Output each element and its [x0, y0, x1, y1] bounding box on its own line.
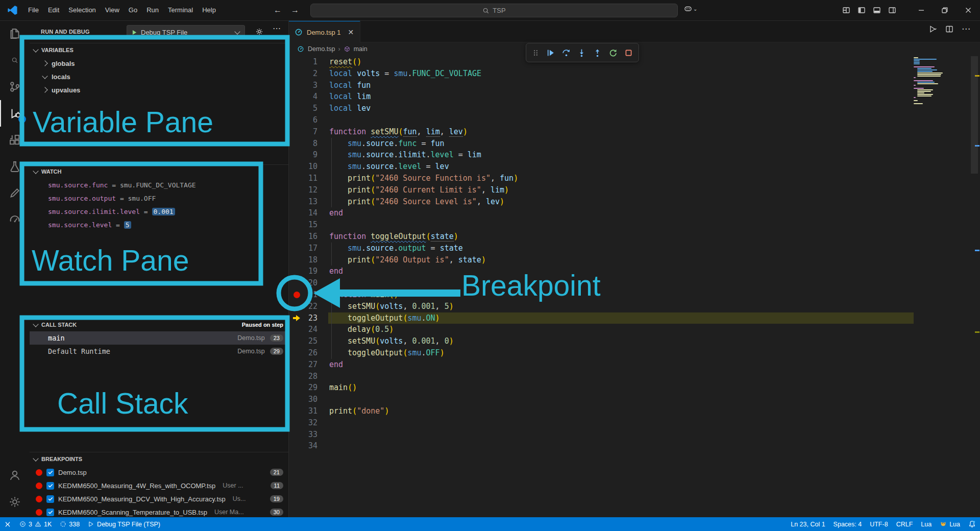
menu-go[interactable]: Go [124, 6, 142, 14]
activity-beaker-icon[interactable] [0, 153, 30, 180]
menu-selection[interactable]: Selection [64, 6, 100, 14]
code-line-5[interactable]: 5local lev [288, 103, 980, 114]
breakpoint-checkbox[interactable] [46, 495, 54, 503]
breakpoint-checkbox[interactable] [46, 509, 54, 516]
minimize-icon[interactable] [910, 0, 933, 20]
variables-item-upvalues[interactable]: upvalues [30, 83, 288, 96]
status-crlf[interactable]: CRLF [892, 517, 917, 531]
breadcrumb-item[interactable]: main [354, 45, 368, 53]
ellipsis-icon[interactable]: ⋯ [962, 23, 971, 34]
debug-config-status[interactable]: Debug TSP File (TSP) [84, 517, 164, 531]
lua-extension-status[interactable]: Lua [936, 517, 964, 531]
status-spaces[interactable]: Spaces: 4 [829, 517, 866, 531]
code-line-30[interactable]: 30 [288, 394, 980, 405]
remote-indicator[interactable] [0, 517, 15, 531]
activity-account-icon[interactable] [0, 462, 30, 489]
code-line-7[interactable]: 7function setSMU(fun, lim, lev) [288, 126, 980, 138]
code-line-4[interactable]: 4local lim [288, 91, 980, 103]
watch-expression[interactable]: smu.source.level = 5 [30, 218, 288, 231]
continue-icon[interactable] [546, 49, 555, 57]
code-line-12[interactable]: 12print("2460 Current Limit is", lim) [288, 184, 980, 196]
code-line-22[interactable]: 22setSMU(volts, 0.001, 5) [288, 301, 980, 312]
restart-icon[interactable] [609, 49, 618, 57]
close-tab-icon[interactable]: ✕ [348, 28, 354, 36]
step-into-icon[interactable] [577, 49, 586, 57]
breakpoint-item[interactable]: KEDMM6500_Measuring_DCV_With_High_Accura… [30, 492, 288, 505]
code-line-24[interactable]: 24delay(0.5) [288, 324, 980, 335]
stop-icon[interactable] [624, 49, 633, 57]
panel-bottom-icon[interactable] [873, 6, 881, 14]
nav-back-icon[interactable]: ← [274, 6, 282, 15]
activity-search-icon[interactable] [0, 47, 30, 74]
split-editor-icon[interactable] [945, 25, 953, 33]
variables-header[interactable]: VARIABLES [30, 43, 288, 57]
code-line-9[interactable]: 9smu.source.ilimit.level = lim [288, 149, 980, 161]
code-line-10[interactable]: 10smu.source.level = lev [288, 161, 980, 173]
gear-icon[interactable] [255, 28, 263, 36]
code-line-21[interactable]: 21function main() [288, 289, 980, 301]
run-file-icon[interactable] [929, 25, 937, 33]
watch-expression[interactable]: smu.source.output = smu.OFF [30, 191, 288, 205]
code-line-33[interactable]: 33 [288, 429, 980, 441]
more-actions-icon[interactable]: ⋯ [273, 23, 281, 33]
minimap[interactable] [914, 57, 971, 109]
code-line-26[interactable]: 26toggleOutput(smu.OFF) [288, 347, 980, 359]
breadcrumb-item[interactable]: Demo.tsp [308, 45, 335, 53]
activity-files-icon[interactable] [0, 20, 30, 47]
code-line-25[interactable]: 25setSMU(volts, 0.001, 0) [288, 335, 980, 347]
watch-expression[interactable]: smu.source.func = smu.FUNC_DC_VOLTAGE [30, 178, 288, 191]
variables-item-locals[interactable]: locals [30, 70, 288, 83]
breakpoints-header[interactable]: BREAKPOINTS [30, 452, 288, 466]
code-line-23[interactable]: 23toggleOutput(smu.ON) [288, 312, 980, 324]
breakpoint-item[interactable]: KEDMM6500_Measuring_4W_Res_with_OCOMP.ts… [30, 479, 288, 492]
code-line-18[interactable]: 18print("2460 Output is", state) [288, 254, 980, 266]
menu-run[interactable]: Run [142, 6, 163, 14]
menu-terminal[interactable]: Terminal [163, 6, 198, 14]
code-line-29[interactable]: 29main() [288, 382, 980, 394]
code-line-19[interactable]: 19end [288, 266, 980, 277]
code-line-8[interactable]: 8smu.source.func = fun [288, 138, 980, 150]
variables-item-globals[interactable]: globals [30, 57, 288, 70]
breakpoint-item[interactable]: Demo.tsp 21 [30, 466, 288, 479]
status-utf-8[interactable]: UTF-8 [866, 517, 892, 531]
step-over-icon[interactable] [562, 49, 571, 57]
tab-demo-tsp[interactable]: Demo.tsp 1 ✕ [288, 20, 360, 43]
status-lua[interactable]: Lua [917, 517, 936, 531]
nav-forward-icon[interactable]: → [291, 6, 299, 15]
command-center-search[interactable]: TSP [310, 4, 678, 17]
code-line-34[interactable]: 34 [288, 440, 980, 452]
menu-file[interactable]: File [23, 6, 43, 14]
watch-header[interactable]: WATCH [30, 165, 288, 178]
code-line-14[interactable]: 14end [288, 207, 980, 219]
activity-source-control-icon[interactable] [0, 74, 30, 100]
stack-frame-default-runtime[interactable]: Default Runtime Demo.tsp 29 [30, 345, 288, 358]
menu-edit[interactable]: Edit [43, 6, 64, 14]
code-line-28[interactable]: 28 [288, 371, 980, 382]
watch-expression[interactable]: smu.source.ilimit.level = 0.001 [30, 205, 288, 218]
code-line-27[interactable]: 27end [288, 359, 980, 371]
code-line-16[interactable]: 16function toggleOutput(state) [288, 231, 980, 243]
customize-layout-icon[interactable] [842, 6, 850, 14]
code-line-3[interactable]: 3local fun [288, 80, 980, 91]
scrollbar[interactable] [971, 56, 978, 174]
activity-pencil-icon[interactable] [0, 180, 30, 206]
menu-view[interactable]: View [101, 6, 124, 14]
code-line-31[interactable]: 31print("done") [288, 405, 980, 417]
instrument-count-status[interactable]: 338 [56, 517, 84, 531]
status-ln[interactable]: Ln 23, Col 1 [787, 517, 829, 531]
breakpoint-item[interactable]: KEDMM6500_Scanning_Temperature_to_USB.ts… [30, 505, 288, 518]
code-line-13[interactable]: 13print("2460 Source Level is", lev) [288, 196, 980, 208]
debug-start-icon[interactable] [131, 29, 138, 36]
code-line-6[interactable]: 6 [288, 114, 980, 126]
call-stack-header[interactable]: CALL STACK Paused on step [30, 318, 288, 331]
code-line-20[interactable]: 20 [288, 277, 980, 289]
launch-config-dropdown[interactable]: Debug TSP File [127, 25, 245, 39]
close-icon[interactable] [957, 0, 980, 20]
problems-status[interactable]: 3 1K [15, 517, 56, 531]
stack-frame-main[interactable]: main Demo.tsp 23 [30, 331, 288, 345]
code-line-17[interactable]: 17smu.source.output = state [288, 243, 980, 254]
code-line-11[interactable]: 11print("2460 Source Function is", fun) [288, 173, 980, 184]
code-line-2[interactable]: 2local volts = smu.FUNC_DC_VOLTAGE [288, 68, 980, 80]
code-line-32[interactable]: 32 [288, 417, 980, 429]
code-line-15[interactable]: 15 [288, 219, 980, 231]
